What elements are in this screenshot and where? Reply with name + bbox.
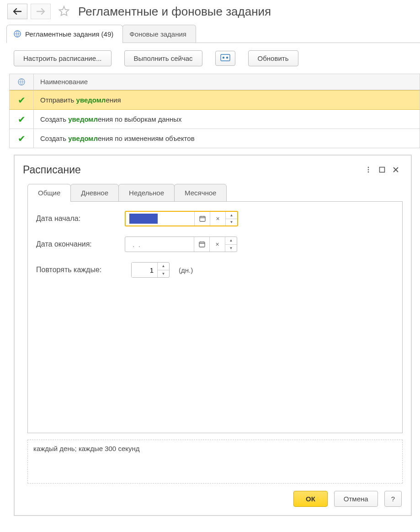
row-name-cell: Создать уведомления по выборкам данных bbox=[34, 110, 420, 129]
cancel-button[interactable]: Отмена bbox=[334, 491, 378, 507]
table-row[interactable]: ✔ Создать уведомления по выборкам данных bbox=[9, 110, 420, 129]
repeat-unit: (дн.) bbox=[179, 266, 193, 274]
favorite-star-icon[interactable] bbox=[57, 5, 71, 18]
tab-scheduled-jobs[interactable]: Регламентные задания (49) bbox=[6, 25, 123, 43]
tab-label: Фоновые задания bbox=[129, 30, 186, 38]
tab-monthly[interactable]: Месячное bbox=[174, 184, 227, 202]
nav-forward-button bbox=[31, 4, 51, 19]
schedule-summary: каждый день; каждые 300 секунд bbox=[27, 440, 403, 484]
globe-icon bbox=[17, 78, 26, 86]
end-date-field[interactable]: × ▲▼ bbox=[125, 236, 237, 252]
svg-point-7 bbox=[368, 172, 369, 173]
check-icon: ✔ bbox=[18, 115, 26, 124]
row-status-icon: ✔ bbox=[9, 110, 34, 129]
modal-header: Расписание bbox=[15, 156, 411, 180]
modal-body: Общие Дневное Недельное Месячное Дата на… bbox=[15, 180, 411, 433]
tab-label: Регламентные задания (49) bbox=[25, 30, 113, 38]
schedule-panel: Дата начала: × ▲▼ Дата окончания: bbox=[27, 201, 403, 433]
start-date-row: Дата начала: × ▲▼ bbox=[36, 211, 394, 226]
grid-settings-button[interactable] bbox=[215, 51, 235, 66]
end-date-row: Дата окончания: × ▲▼ bbox=[36, 236, 394, 252]
grid-header: Наименование bbox=[9, 74, 420, 90]
spin-down[interactable]: ▼ bbox=[226, 219, 237, 226]
spin-up[interactable]: ▲ bbox=[158, 263, 169, 270]
svg-point-5 bbox=[368, 167, 369, 168]
spin-down[interactable]: ▼ bbox=[225, 245, 237, 252]
spinner[interactable]: ▲▼ bbox=[157, 263, 169, 277]
main-tabs: Регламентные задания (49) Фоновые задани… bbox=[6, 25, 420, 43]
close-button[interactable] bbox=[389, 163, 403, 177]
nav-back-button[interactable] bbox=[7, 4, 27, 19]
repeat-row: Повторять каждые: ▲▼ (дн.) bbox=[36, 262, 394, 278]
globe-icon bbox=[13, 30, 21, 38]
svg-rect-8 bbox=[380, 167, 385, 172]
calendar-icon[interactable] bbox=[194, 237, 209, 252]
svg-rect-10 bbox=[199, 242, 205, 247]
row-name-cell: Отправить уведомления bbox=[34, 90, 420, 110]
more-menu-button[interactable] bbox=[362, 163, 375, 177]
check-icon: ✔ bbox=[18, 96, 26, 105]
help-button[interactable]: ? bbox=[384, 491, 402, 507]
svg-point-3 bbox=[226, 57, 228, 59]
svg-rect-1 bbox=[221, 54, 230, 61]
start-date-selection bbox=[129, 214, 158, 224]
row-status-icon: ✔ bbox=[9, 129, 34, 148]
end-date-input[interactable] bbox=[125, 237, 194, 252]
modal-title: Расписание bbox=[23, 164, 362, 176]
ok-button[interactable]: ОК bbox=[293, 491, 328, 507]
repeat-input[interactable] bbox=[132, 263, 157, 277]
table-row[interactable]: ✔ Отправить уведомления bbox=[9, 90, 420, 110]
repeat-label: Повторять каждые: bbox=[36, 266, 128, 274]
toolbar: Настроить расписание... Выполнить сейчас… bbox=[0, 43, 420, 74]
spin-up[interactable]: ▲ bbox=[226, 212, 237, 219]
run-now-button[interactable]: Выполнить сейчас bbox=[124, 50, 202, 66]
svg-point-2 bbox=[222, 57, 224, 59]
svg-point-6 bbox=[368, 169, 369, 171]
refresh-button[interactable]: Обновить bbox=[248, 50, 298, 66]
schedule-modal: Расписание Общие Дневное Недельное Месяч… bbox=[14, 155, 412, 516]
start-date-label: Дата начала: bbox=[36, 215, 121, 223]
grid-header-status-col[interactable] bbox=[9, 74, 34, 90]
row-status-icon: ✔ bbox=[9, 90, 34, 110]
spinner[interactable]: ▲▼ bbox=[225, 212, 237, 226]
jobs-grid: Наименование ✔ Отправить уведомления ✔ С… bbox=[9, 74, 420, 148]
tab-weekly[interactable]: Недельное bbox=[118, 184, 175, 202]
end-date-label: Дата окончания: bbox=[36, 240, 121, 248]
topbar: Регламентные и фоновые задания bbox=[0, 0, 420, 25]
tab-background-jobs[interactable]: Фоновые задания bbox=[122, 25, 196, 43]
repeat-field[interactable]: ▲▼ bbox=[131, 262, 170, 278]
table-row[interactable]: ✔ Создать уведомления по изменениям объе… bbox=[9, 129, 420, 148]
row-name-cell: Создать уведомления по изменениям объект… bbox=[34, 129, 420, 148]
page-title: Регламентные и фоновые задания bbox=[78, 5, 271, 19]
spinner[interactable]: ▲▼ bbox=[225, 237, 237, 252]
start-date-field[interactable]: × ▲▼ bbox=[125, 211, 238, 226]
tab-daily[interactable]: Дневное bbox=[70, 184, 119, 202]
maximize-button[interactable] bbox=[375, 163, 389, 177]
spin-up[interactable]: ▲ bbox=[225, 237, 237, 245]
svg-rect-9 bbox=[200, 216, 205, 221]
tab-common[interactable]: Общие bbox=[27, 184, 71, 202]
modal-footer: ОК Отмена ? bbox=[15, 484, 411, 515]
check-icon: ✔ bbox=[18, 134, 26, 143]
configure-schedule-button[interactable]: Настроить расписание... bbox=[14, 50, 112, 66]
schedule-tabs: Общие Дневное Недельное Месячное bbox=[27, 184, 403, 202]
clear-icon[interactable]: × bbox=[209, 237, 225, 252]
spin-down[interactable]: ▼ bbox=[158, 270, 169, 278]
calendar-icon[interactable] bbox=[194, 212, 210, 226]
clear-icon[interactable]: × bbox=[210, 212, 225, 226]
grid-header-name-col[interactable]: Наименование bbox=[34, 74, 420, 90]
